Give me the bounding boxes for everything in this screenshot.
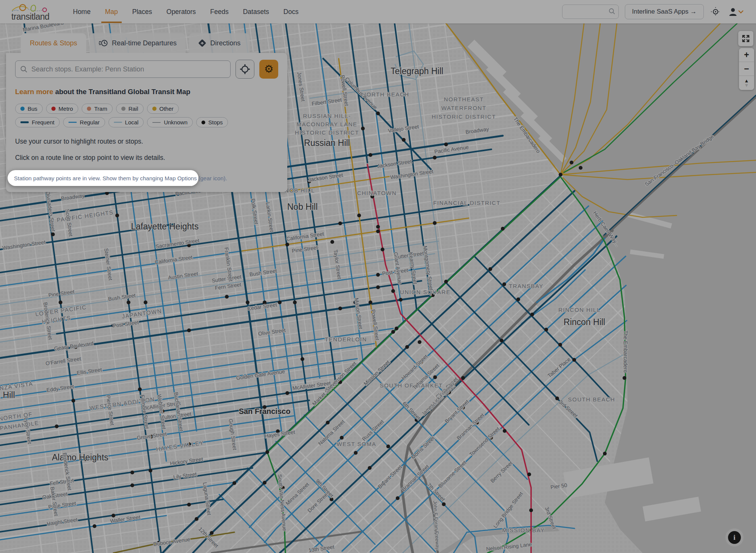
stop-point[interactable]: [293, 301, 297, 304]
nav-link-home[interactable]: Home: [73, 8, 91, 16]
stop-point[interactable]: [544, 328, 548, 331]
stop-point[interactable]: [391, 330, 395, 334]
legend-badge-stops[interactable]: Stops: [196, 117, 228, 127]
stop-point[interactable]: [376, 285, 380, 289]
legend-badge-metro[interactable]: Metro: [46, 104, 78, 114]
stop-point[interactable]: [376, 112, 380, 115]
stop-point[interactable]: [225, 295, 229, 299]
transitland-logo[interactable]: transitland: [11, 3, 52, 20]
legend-badge-regular[interactable]: Regular: [63, 117, 105, 127]
stop-point[interactable]: [130, 483, 134, 487]
tab-directions[interactable]: Directions: [189, 33, 249, 53]
stop-point[interactable]: [361, 127, 365, 130]
fullscreen-button[interactable]: [738, 31, 753, 46]
nav-link-docs[interactable]: Docs: [284, 8, 299, 16]
stop-point[interactable]: [376, 273, 380, 277]
stop-point[interactable]: [444, 143, 448, 146]
stop-point[interactable]: [338, 307, 342, 310]
stop-point[interactable]: [570, 161, 573, 164]
stop-point[interactable]: [278, 301, 282, 304]
stop-point[interactable]: [395, 327, 398, 330]
tab-realtime-departures[interactable]: Real-time Departures: [90, 33, 186, 53]
stop-point[interactable]: [340, 436, 344, 440]
stop-point[interactable]: [529, 508, 533, 512]
stop-point[interactable]: [51, 232, 55, 236]
stop-point[interactable]: [461, 376, 465, 380]
user-menu-button[interactable]: [727, 6, 745, 17]
station-pathway-tooltip[interactable]: Station pathway points are in view. Show…: [8, 170, 198, 186]
stop-point[interactable]: [433, 221, 437, 225]
stop-point[interactable]: [338, 222, 342, 225]
stop-point[interactable]: [368, 466, 372, 470]
stop-point[interactable]: [488, 267, 492, 271]
stop-point[interactable]: [442, 502, 446, 506]
legend-badge-tram[interactable]: Tram: [82, 104, 112, 114]
zoom-out-button[interactable]: −: [739, 62, 754, 76]
stop-point[interactable]: [433, 375, 437, 379]
nav-link-feeds[interactable]: Feeds: [210, 8, 229, 16]
stop-point[interactable]: [59, 301, 62, 304]
stop-point[interactable]: [396, 496, 400, 500]
stop-point[interactable]: [558, 343, 562, 347]
stop-point[interactable]: [187, 503, 191, 507]
nav-link-places[interactable]: Places: [132, 8, 152, 16]
stop-point[interactable]: [144, 301, 147, 304]
stop-point[interactable]: [55, 424, 59, 428]
stop-point[interactable]: [138, 387, 142, 391]
stop-point[interactable]: [399, 298, 403, 302]
nav-link-datasets[interactable]: Datasets: [243, 8, 269, 16]
stop-point[interactable]: [405, 345, 409, 349]
stop-point[interactable]: [210, 531, 214, 535]
stop-point[interactable]: [195, 517, 198, 521]
stop-point[interactable]: [93, 524, 96, 528]
map-options-gear-button[interactable]: ⚙: [259, 60, 278, 79]
interline-saas-apps-button[interactable]: Interline SaaS Apps →: [625, 4, 704, 19]
stop-point[interactable]: [369, 153, 372, 157]
stop-point[interactable]: [579, 166, 582, 170]
stop-point[interactable]: [500, 339, 503, 342]
legend-badge-bus[interactable]: Bus: [15, 104, 43, 114]
stop-point[interactable]: [433, 156, 437, 160]
legend-badge-rail[interactable]: Rail: [116, 104, 144, 114]
stop-point[interactable]: [376, 229, 380, 233]
stop-point[interactable]: [187, 328, 191, 332]
stop-point[interactable]: [115, 214, 119, 217]
legend-badge-local[interactable]: Local: [108, 117, 144, 127]
stop-point[interactable]: [285, 391, 289, 395]
stop-search-input[interactable]: [15, 60, 231, 78]
zoom-in-button[interactable]: +: [739, 48, 754, 62]
geolocate-button[interactable]: [235, 60, 254, 79]
stop-point[interactable]: [246, 301, 249, 304]
stop-point[interactable]: [503, 429, 507, 433]
stop-point[interactable]: [386, 445, 390, 448]
stop-point[interactable]: [301, 357, 304, 361]
stop-point[interactable]: [130, 471, 134, 474]
stop-point[interactable]: [391, 289, 395, 293]
attribution-info-button[interactable]: i: [725, 528, 744, 547]
compass-pitch-button[interactable]: ▲ ▼: [739, 76, 754, 90]
tab-routes-and-stops[interactable]: Routes & Stops: [21, 33, 86, 53]
legend-badge-frequent[interactable]: Frequent: [15, 117, 60, 127]
stop-point[interactable]: [265, 450, 269, 454]
stop-point[interactable]: [501, 227, 505, 231]
stop-point[interactable]: [516, 297, 520, 301]
stop-point[interactable]: [555, 397, 559, 400]
stop-point[interactable]: [112, 514, 115, 517]
stop-point[interactable]: [530, 313, 534, 316]
stop-point[interactable]: [444, 280, 448, 283]
stop-point[interactable]: [127, 301, 130, 304]
stop-point[interactable]: [285, 243, 289, 246]
learn-more-link[interactable]: Learn more: [15, 88, 53, 96]
stop-point[interactable]: [527, 472, 531, 476]
nav-link-map[interactable]: Map: [105, 8, 118, 16]
legend-badge-unknown[interactable]: Unknown: [147, 117, 193, 127]
stop-point[interactable]: [149, 469, 152, 472]
stop-point[interactable]: [357, 214, 361, 217]
stop-point[interactable]: [381, 248, 384, 251]
stop-point[interactable]: [502, 282, 506, 286]
stop-point[interactable]: [402, 138, 406, 142]
stop-point[interactable]: [263, 481, 266, 485]
stop-point[interactable]: [369, 301, 372, 304]
stop-point[interactable]: [354, 451, 358, 455]
stop-point[interactable]: [603, 452, 607, 455]
